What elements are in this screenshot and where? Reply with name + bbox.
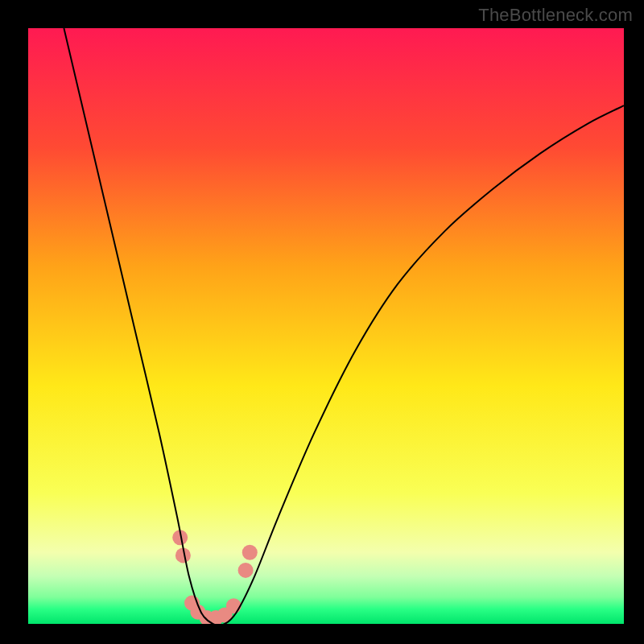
bottleneck-curve (64, 28, 624, 624)
chart-frame: TheBottleneck.com (0, 0, 644, 644)
dip-markers (172, 530, 258, 624)
marker-dot (226, 598, 242, 613)
curve-overlay (28, 28, 624, 624)
plot-area (28, 28, 624, 624)
marker-dot (238, 563, 254, 578)
marker-dot (242, 545, 258, 560)
watermark-text: TheBottleneck.com (478, 5, 633, 26)
